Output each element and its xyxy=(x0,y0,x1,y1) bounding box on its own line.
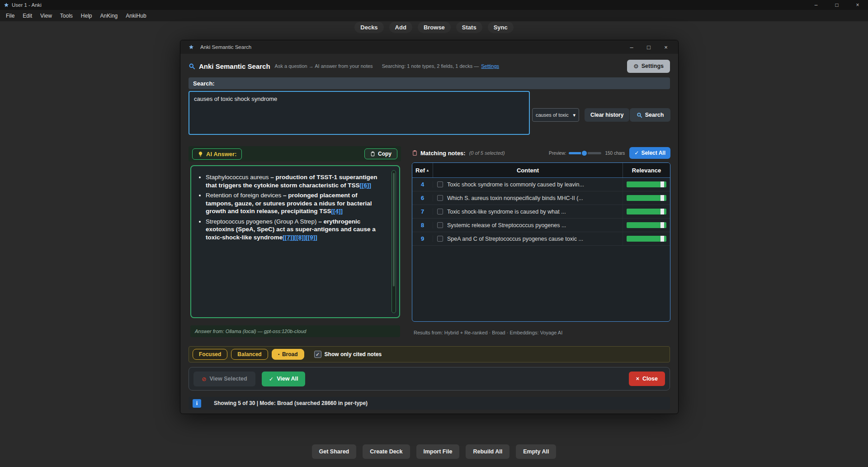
preview-chars-label: 150 chars xyxy=(605,151,625,156)
row-ref: 4 xyxy=(412,181,433,188)
row-checkbox[interactable] xyxy=(437,209,443,214)
chevron-down-icon: ▾ xyxy=(573,112,576,118)
search-button[interactable]: Search xyxy=(630,108,670,122)
view-selected-button[interactable]: ⊘ View Selected xyxy=(193,372,255,386)
close-icon[interactable]: × xyxy=(847,0,868,10)
close-x-icon: × xyxy=(636,376,639,382)
mode-balanced-button[interactable]: Balanced xyxy=(231,349,268,360)
toolbar-item-stats[interactable]: Stats xyxy=(456,22,482,33)
window-title: User 1 - Anki xyxy=(12,2,42,8)
settings-button[interactable]: ⚙ Settings xyxy=(627,60,670,73)
ai-bullet-2: Retention of foreign devices – prolonged… xyxy=(206,191,386,215)
row-content-cell: Systemic release of Streptococcus pyogen… xyxy=(433,219,623,232)
citation-link[interactable]: [[7]] xyxy=(283,234,294,241)
search-button-icon xyxy=(637,112,642,118)
citation-link[interactable]: [[6]] xyxy=(360,182,372,189)
history-dropdown[interactable]: causes of toxic ▾ xyxy=(532,108,579,122)
scrollbar-thumb[interactable] xyxy=(393,173,395,286)
view-all-label: View All xyxy=(277,376,298,382)
matching-notes-table: Ref ▲ Content Relevance 4 Toxic shock sy… xyxy=(412,162,670,322)
column-header-ref[interactable]: Ref ▲ xyxy=(412,163,433,177)
preview-length-slider[interactable] xyxy=(569,152,601,154)
column-header-content[interactable]: Content xyxy=(433,163,623,177)
menu-ankihub[interactable]: AnkiHub xyxy=(122,11,150,21)
copy-button[interactable]: Copy xyxy=(364,148,397,159)
row-relevance-cell xyxy=(623,181,670,187)
row-content-text: Toxic shock-like syndrome is caused by w… xyxy=(447,209,566,215)
row-checkbox[interactable] xyxy=(437,181,443,187)
import-file-button[interactable]: Import File xyxy=(416,444,460,459)
table-row[interactable]: 6 Which S. aureus toxin nonspecifically … xyxy=(412,191,670,205)
relevance-bar-notch xyxy=(660,195,664,201)
close-button[interactable]: × Close xyxy=(629,372,665,386)
main-toolbar: Decks Add Browse Stats Sync xyxy=(0,20,868,34)
semantic-search-dialog: Anki Semantic Search – □ × Anki Semantic… xyxy=(180,40,679,414)
bullet-lead: Streptococcus pyogenes (Group A Strep) xyxy=(206,218,316,225)
row-checkbox[interactable] xyxy=(437,236,443,242)
citation-link[interactable]: [[9]] xyxy=(306,234,317,241)
table-row[interactable]: 4 Toxic shock syndrome is commonly cause… xyxy=(412,178,670,191)
dialog-maximize-icon[interactable]: □ xyxy=(640,41,657,53)
ai-bullet-3: Streptococcus pyogenes (Group A Strep) –… xyxy=(206,218,386,242)
minimize-icon[interactable]: – xyxy=(806,0,826,10)
menu-file[interactable]: File xyxy=(2,11,19,21)
ai-bullet-1: Staphylococcus aureus – production of TS… xyxy=(206,173,386,189)
check-icon: ✓ xyxy=(316,352,320,357)
search-scope-text: Searching: 1 note types, 2 fields, 1 dec… xyxy=(382,63,479,69)
toolbar-item-sync[interactable]: Sync xyxy=(488,22,514,33)
cited-notes-toggle[interactable]: ✓ Show only cited notes xyxy=(314,351,382,358)
row-checkbox[interactable] xyxy=(437,195,443,201)
row-content-cell: Toxic shock syndrome is commonly caused … xyxy=(433,178,623,191)
menu-tools[interactable]: Tools xyxy=(56,11,77,21)
actions-bar: ⊘ View Selected ✓ View All × Close xyxy=(189,367,670,391)
table-row[interactable]: 8 Systemic release of Streptococcus pyog… xyxy=(412,219,670,232)
cited-checkbox[interactable]: ✓ xyxy=(314,351,321,358)
mode-focused-button[interactable]: Focused xyxy=(193,349,227,360)
dialog-close-icon[interactable]: × xyxy=(657,41,675,53)
rebuild-all-button[interactable]: Rebuild All xyxy=(466,444,509,459)
maximize-icon[interactable]: □ xyxy=(826,0,847,10)
row-checkbox[interactable] xyxy=(437,222,443,228)
ref-header-label: Ref xyxy=(415,167,425,174)
copy-icon xyxy=(370,151,375,157)
relevance-bar-notch xyxy=(660,209,664,214)
view-all-button[interactable]: ✓ View All xyxy=(262,372,306,386)
menu-help[interactable]: Help xyxy=(77,11,96,21)
selection-count: (0 of 5 selected) xyxy=(469,150,505,156)
citation-link[interactable]: [[8]] xyxy=(294,234,306,241)
dialog-titlebar[interactable]: Anki Semantic Search – □ × xyxy=(180,40,678,54)
app-subtitle: Ask a question → AI answer from your not… xyxy=(275,63,373,69)
create-deck-button[interactable]: Create Deck xyxy=(363,444,410,459)
toolbar-item-add[interactable]: Add xyxy=(389,22,412,33)
row-content-cell: Which S. aureus toxin nonspecifically bi… xyxy=(433,191,623,205)
toolbar-item-decks[interactable]: Decks xyxy=(354,22,383,33)
window-controls: – □ × xyxy=(806,0,868,10)
search-input[interactable]: causes of toxic shock syndrome xyxy=(189,91,530,135)
mode-broad-button[interactable]: ▪ Broad xyxy=(272,349,304,360)
menu-view[interactable]: View xyxy=(36,11,56,21)
slider-thumb[interactable] xyxy=(581,150,588,157)
ai-panel-scrollbar[interactable] xyxy=(392,170,396,313)
relevance-bar-notch xyxy=(660,181,664,187)
table-row[interactable]: 9 SpeA and C of Streptococcus pyogenes c… xyxy=(412,232,670,246)
dialog-app-icon xyxy=(189,44,194,50)
menu-anking[interactable]: AnKing xyxy=(96,11,122,21)
clear-history-button[interactable]: Clear history xyxy=(585,108,629,122)
column-header-relevance[interactable]: Relevance xyxy=(623,163,670,177)
table-row[interactable]: 7 Toxic shock-like syndrome is caused by… xyxy=(412,205,670,219)
toolbar-item-browse[interactable]: Browse xyxy=(418,22,451,33)
citation-link[interactable]: [[4]] xyxy=(331,208,343,214)
ai-answer-header: AI Answer: Copy xyxy=(189,146,401,162)
gear-icon: ⚙ xyxy=(633,63,639,70)
scope-settings-link[interactable]: Settings xyxy=(481,63,499,69)
menu-edit[interactable]: Edit xyxy=(19,11,36,21)
dialog-window-controls: – □ × xyxy=(623,41,678,53)
dialog-minimize-icon[interactable]: – xyxy=(623,41,640,53)
relevance-bar xyxy=(627,209,666,214)
row-relevance-cell xyxy=(623,236,670,242)
get-shared-button[interactable]: Get Shared xyxy=(312,444,357,459)
lightbulb-icon xyxy=(198,151,203,157)
empty-all-button[interactable]: Empty All xyxy=(516,444,556,459)
select-all-button[interactable]: ✓ Select All xyxy=(629,147,670,159)
row-content-cell: SpeA and C of Streptococcus pyogenes cau… xyxy=(433,232,623,245)
